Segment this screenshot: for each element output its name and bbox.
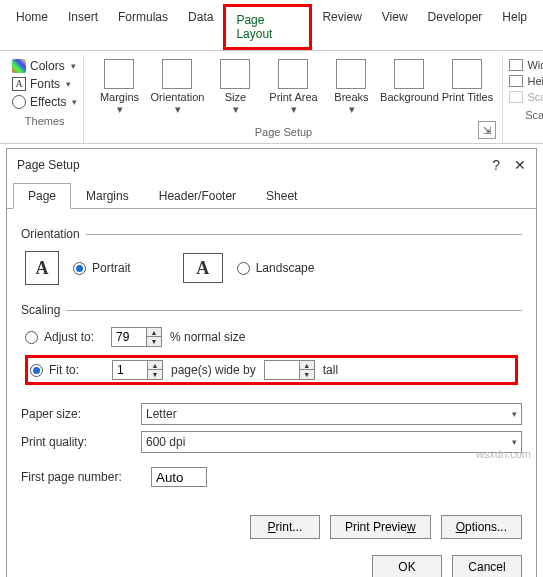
fit-height-spinner[interactable]: ▲▼ bbox=[264, 360, 315, 380]
adjust-to-spinner[interactable]: ▲▼ bbox=[111, 327, 162, 347]
ok-button[interactable]: OK bbox=[372, 555, 442, 577]
help-button[interactable]: ? bbox=[492, 157, 500, 173]
fit-width-input[interactable] bbox=[113, 361, 147, 379]
page-setup-dialog: Page Setup ? ✕ Page Margins Header/Foote… bbox=[6, 148, 537, 577]
chevron-down-icon: ▾ bbox=[512, 437, 517, 447]
portrait-icon: A bbox=[25, 251, 59, 285]
size-icon bbox=[220, 59, 250, 89]
tab-insert[interactable]: Insert bbox=[58, 4, 108, 50]
fit-suffix: tall bbox=[323, 363, 338, 377]
portrait-radio[interactable]: Portrait bbox=[73, 261, 131, 275]
themes-group-label: Themes bbox=[12, 111, 77, 129]
scaling-legend: Scaling bbox=[21, 303, 66, 317]
first-page-input[interactable] bbox=[151, 467, 207, 487]
orientation-icon bbox=[162, 59, 192, 89]
dialog-title: Page Setup bbox=[17, 158, 80, 172]
page-setup-group-label: Page Setup bbox=[88, 122, 478, 140]
fonts-icon: A bbox=[12, 77, 26, 91]
tab-page-layout[interactable]: Page Layout bbox=[223, 4, 312, 50]
width-selector[interactable]: Width: bbox=[509, 59, 543, 71]
options-button[interactable]: Options... bbox=[441, 515, 522, 539]
width-icon bbox=[509, 59, 523, 71]
orientation-legend: Orientation bbox=[21, 227, 86, 241]
print-area-icon bbox=[278, 59, 308, 89]
print-preview-button[interactable]: Print Preview bbox=[330, 515, 431, 539]
landscape-icon: A bbox=[183, 253, 223, 283]
scaling-fieldset: Scaling Adjust to: ▲▼ % normal size Fit … bbox=[21, 303, 522, 389]
effects-button[interactable]: Effects▾ bbox=[12, 95, 77, 109]
dialog-tab-header-footer[interactable]: Header/Footer bbox=[144, 183, 251, 209]
tab-review[interactable]: Review bbox=[312, 4, 371, 50]
dialog-tabs: Page Margins Header/Footer Sheet bbox=[7, 181, 536, 209]
height-selector[interactable]: Height: bbox=[509, 75, 543, 87]
tab-data[interactable]: Data bbox=[178, 4, 223, 50]
orientation-button[interactable]: Orientation▾ bbox=[148, 59, 206, 115]
background-icon bbox=[394, 59, 424, 89]
close-button[interactable]: ✕ bbox=[514, 157, 526, 173]
colors-icon bbox=[12, 59, 26, 73]
scale-group-label: Scal bbox=[509, 105, 543, 123]
print-quality-select[interactable]: 600 dpi▾ bbox=[141, 431, 522, 453]
size-button[interactable]: Size▾ bbox=[206, 59, 264, 115]
tab-home[interactable]: Home bbox=[6, 4, 58, 50]
print-quality-label: Print quality: bbox=[21, 435, 131, 449]
page-setup-dialog-launcher[interactable]: ⇲ bbox=[478, 121, 496, 139]
background-button[interactable]: Background bbox=[380, 59, 438, 115]
adjust-to-radio[interactable]: Adjust to: bbox=[25, 330, 103, 344]
chevron-down-icon: ▾ bbox=[512, 409, 517, 419]
breaks-button[interactable]: Breaks▾ bbox=[322, 59, 380, 115]
margins-icon bbox=[104, 59, 134, 89]
orientation-fieldset: Orientation A Portrait A Landscape bbox=[21, 227, 522, 289]
print-button[interactable]: Print... bbox=[250, 515, 320, 539]
scale-icon bbox=[509, 91, 523, 103]
adjust-to-input[interactable] bbox=[112, 328, 146, 346]
dialog-tab-margins[interactable]: Margins bbox=[71, 183, 144, 209]
themes-group: Colors▾ AFonts▾ Effects▾ Themes bbox=[6, 55, 83, 143]
chevron-down-icon: ▾ bbox=[71, 61, 76, 71]
margins-button[interactable]: Margins▾ bbox=[90, 59, 148, 115]
fit-to-radio[interactable]: Fit to: bbox=[30, 363, 104, 377]
scale-selector: Scale: bbox=[509, 91, 543, 103]
breaks-icon bbox=[336, 59, 366, 89]
dialog-tab-page[interactable]: Page bbox=[13, 183, 71, 209]
tab-view[interactable]: View bbox=[372, 4, 418, 50]
first-page-label: First page number: bbox=[21, 470, 141, 484]
colors-button[interactable]: Colors▾ bbox=[12, 59, 77, 73]
effects-icon bbox=[12, 95, 26, 109]
fit-mid-label: page(s) wide by bbox=[171, 363, 256, 377]
ribbon-tabs: Home Insert Formulas Data Page Layout Re… bbox=[0, 0, 543, 51]
tab-developer[interactable]: Developer bbox=[418, 4, 493, 50]
landscape-radio[interactable]: Landscape bbox=[237, 261, 315, 275]
fit-width-spinner[interactable]: ▲▼ bbox=[112, 360, 163, 380]
height-icon bbox=[509, 75, 523, 87]
print-titles-icon bbox=[452, 59, 482, 89]
paper-size-label: Paper size: bbox=[21, 407, 131, 421]
ribbon: Colors▾ AFonts▾ Effects▾ Themes Margins▾… bbox=[0, 51, 543, 144]
fit-height-input[interactable] bbox=[265, 361, 299, 379]
scale-group: Width: Height: Scale: Scal bbox=[503, 55, 543, 143]
tab-help[interactable]: Help bbox=[492, 4, 537, 50]
fonts-button[interactable]: AFonts▾ bbox=[12, 77, 77, 91]
print-titles-button[interactable]: Print Titles bbox=[438, 59, 496, 115]
print-area-button[interactable]: Print Area▾ bbox=[264, 59, 322, 115]
adjust-suffix: % normal size bbox=[170, 330, 245, 344]
paper-size-select[interactable]: Letter▾ bbox=[141, 403, 522, 425]
cancel-button[interactable]: Cancel bbox=[452, 555, 522, 577]
tab-formulas[interactable]: Formulas bbox=[108, 4, 178, 50]
dialog-tab-sheet[interactable]: Sheet bbox=[251, 183, 312, 209]
page-setup-group: Margins▾ Orientation▾ Size▾ Print Area▾ … bbox=[83, 55, 503, 143]
